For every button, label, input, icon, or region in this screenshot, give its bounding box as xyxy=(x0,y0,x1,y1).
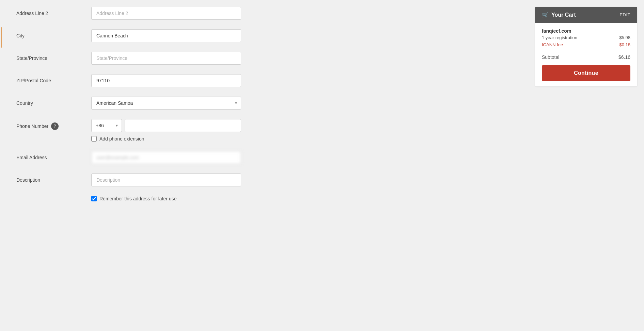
cart-item-domain: fanqiecf.com xyxy=(542,28,630,34)
cart-box: 🛒 Your Cart EDIT fanqiecf.com 1 year reg… xyxy=(535,7,637,86)
cart-icon: 🛒 xyxy=(542,12,549,18)
cart-subtotal-price: $6.16 xyxy=(618,54,630,60)
continue-button[interactable]: Continue xyxy=(542,65,630,81)
cart-icann-label: ICANN fee xyxy=(542,42,563,47)
cart-registration-price: $5.98 xyxy=(619,35,630,40)
description-row: Description xyxy=(16,173,515,186)
phone-inputs: +86 +1 +44 +61 ▾ xyxy=(91,119,241,132)
scroll-indicator xyxy=(0,0,3,331)
phone-label-area: Phone Number ? xyxy=(16,119,91,130)
cart-header: 🛒 Your Cart EDIT xyxy=(535,7,637,23)
address-line2-field xyxy=(91,7,241,20)
phone-country-code-select[interactable]: +86 +1 +44 +61 xyxy=(91,119,122,132)
country-select[interactable]: American Samoa United States Canada Unit… xyxy=(91,97,241,110)
add-phone-extension-label[interactable]: Add phone extension xyxy=(91,136,144,142)
cart-registration-label: 1 year registration xyxy=(542,35,577,40)
email-address-row: Email Address xyxy=(16,151,515,164)
cart-edit-button[interactable]: EDIT xyxy=(619,12,630,17)
phone-number-input[interactable] xyxy=(125,119,241,132)
city-input[interactable] xyxy=(91,29,241,42)
phone-help-icon[interactable]: ? xyxy=(51,122,59,130)
email-address-label: Email Address xyxy=(16,155,91,160)
phone-number-row: Phone Number ? +86 +1 +44 +61 ▾ xyxy=(16,119,515,132)
address-line2-input[interactable] xyxy=(91,7,241,20)
description-field xyxy=(91,173,241,186)
description-label: Description xyxy=(16,177,91,183)
country-row: Country American Samoa United States Can… xyxy=(16,97,515,110)
zip-postal-row: ZIP/Postal Code xyxy=(16,74,515,87)
scroll-thumb xyxy=(1,27,2,48)
city-field xyxy=(91,29,241,42)
sidebar: 🛒 Your Cart EDIT fanqiecf.com 1 year reg… xyxy=(535,0,644,331)
description-input[interactable] xyxy=(91,173,241,186)
state-province-row: State/Province xyxy=(16,52,515,65)
country-label: Country xyxy=(16,100,91,106)
main-form-area: Address Line 2 City State/Province xyxy=(3,0,535,331)
cart-icann-price: $0.18 xyxy=(619,42,630,47)
zip-postal-field xyxy=(91,74,241,87)
zip-postal-input[interactable] xyxy=(91,74,241,87)
address-line2-label: Address Line 2 xyxy=(16,11,91,16)
state-province-label: State/Province xyxy=(16,55,91,61)
state-province-input[interactable] xyxy=(91,52,241,65)
phone-number-label: Phone Number xyxy=(16,123,48,129)
address-line2-row: Address Line 2 xyxy=(16,7,515,20)
add-phone-extension-checkbox[interactable] xyxy=(91,136,97,142)
city-label: City xyxy=(16,33,91,38)
cart-icann-line: ICANN fee $0.18 xyxy=(542,42,630,47)
remember-address-checkbox[interactable] xyxy=(91,196,97,201)
cart-title: 🛒 Your Cart xyxy=(542,12,576,18)
country-select-wrapper: American Samoa United States Canada Unit… xyxy=(91,97,241,110)
phone-extension-row: Add phone extension xyxy=(91,136,515,142)
email-address-field xyxy=(91,151,241,164)
country-field: American Samoa United States Canada Unit… xyxy=(91,97,241,110)
email-input-wrapper xyxy=(91,151,241,164)
remember-address-label[interactable]: Remember this address for later use xyxy=(91,196,176,201)
city-row: City xyxy=(16,29,515,42)
state-province-field xyxy=(91,52,241,65)
remember-address-row: Remember this address for later use xyxy=(91,196,515,201)
email-address-input[interactable] xyxy=(91,151,241,164)
cart-divider xyxy=(542,51,630,51)
cart-subtotal-label: Subtotal xyxy=(542,54,559,60)
cart-body: fanqiecf.com 1 year registration $5.98 I… xyxy=(535,23,637,86)
cart-registration-line: 1 year registration $5.98 xyxy=(542,35,630,40)
zip-postal-label: ZIP/Postal Code xyxy=(16,78,91,83)
phone-code-wrapper: +86 +1 +44 +61 ▾ xyxy=(91,119,122,132)
cart-subtotal: Subtotal $6.16 xyxy=(542,54,630,60)
